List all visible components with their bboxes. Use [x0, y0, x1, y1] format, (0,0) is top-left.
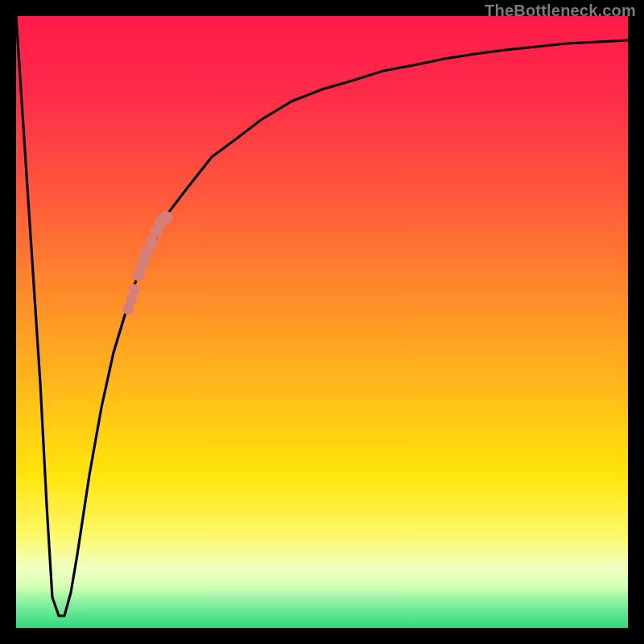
svg-point-3 [132, 268, 145, 281]
bottleneck-curve-path [16, 16, 628, 616]
curve-svg [16, 16, 628, 628]
chart-stage: TheBottleneck.com [0, 0, 644, 644]
highlight-lower [122, 284, 140, 315]
svg-point-0 [122, 303, 134, 315]
svg-point-9 [159, 211, 172, 224]
highlight-upper [132, 211, 172, 281]
plot-area [16, 16, 628, 628]
svg-point-1 [126, 294, 137, 305]
svg-point-2 [129, 284, 140, 295]
